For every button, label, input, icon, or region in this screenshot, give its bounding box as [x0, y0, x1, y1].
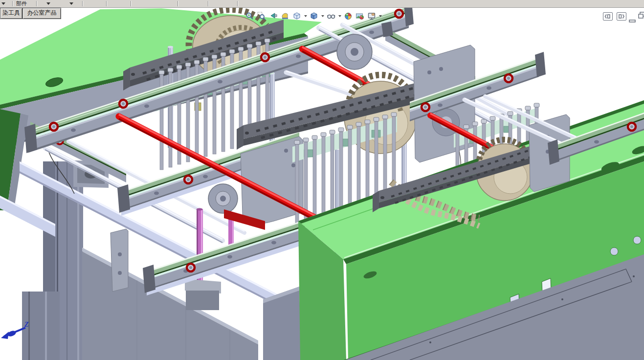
menu-dropdown-caret[interactable] — [1, 2, 5, 5]
hide-show-items-icon[interactable] — [326, 10, 336, 22]
bearing-housing-2[interactable] — [208, 184, 238, 213]
minimize-document-button[interactable] — [629, 16, 636, 19]
menu-dropdown-caret[interactable] — [46, 2, 50, 5]
triad-z-label: Z — [24, 321, 29, 328]
display-style-dropdown[interactable] — [320, 10, 325, 22]
view-settings-dropdown[interactable] — [378, 10, 382, 22]
tab-office-products[interactable]: 办公室产品 — [22, 8, 61, 19]
foot-block[interactable] — [185, 279, 221, 310]
display-pane-right-button[interactable] — [617, 12, 626, 21]
view-orientation-dropdown[interactable] — [303, 10, 308, 22]
view-orientation-icon[interactable] — [291, 10, 302, 22]
apply-scene-icon[interactable] — [355, 10, 365, 22]
tab-render-tools[interactable]: 染工具 — [0, 8, 22, 19]
menu-dropdown-caret[interactable] — [69, 2, 73, 5]
toolbar-separator — [12, 1, 13, 6]
zoom-to-area-icon[interactable] — [256, 10, 267, 22]
bearing-housing-1[interactable] — [337, 34, 372, 69]
component-menu-item[interactable]: 部件 — [16, 0, 27, 7]
toolbar-separator — [131, 1, 131, 6]
support-bracket[interactable] — [111, 229, 128, 292]
toolbar-separator — [106, 1, 107, 6]
zoom-to-fit-icon[interactable] — [244, 10, 255, 22]
top-toolbar: 部件 — [0, 0, 644, 8]
toolbar-separator — [82, 1, 83, 6]
hide-show-items-dropdown[interactable] — [337, 10, 342, 22]
section-view-icon[interactable] — [280, 10, 290, 22]
graphics-area[interactable]: Z — [0, 0, 644, 360]
toolbar-separator — [36, 1, 37, 6]
toolbar-separator — [208, 1, 208, 6]
edit-appearance-icon[interactable] — [343, 10, 354, 22]
heads-up-view-toolbar — [244, 10, 382, 22]
previous-view-icon[interactable] — [268, 10, 279, 22]
view-settings-icon[interactable] — [366, 10, 377, 22]
toolbar-separator — [237, 1, 238, 6]
solidworks-window: Z 部件 染工具 办公室产品 — [0, 0, 644, 360]
restore-document-button[interactable] — [638, 11, 644, 20]
display-pane-left-button[interactable] — [603, 12, 613, 21]
display-style-icon[interactable] — [309, 10, 319, 22]
toolbar-separator — [178, 1, 178, 6]
